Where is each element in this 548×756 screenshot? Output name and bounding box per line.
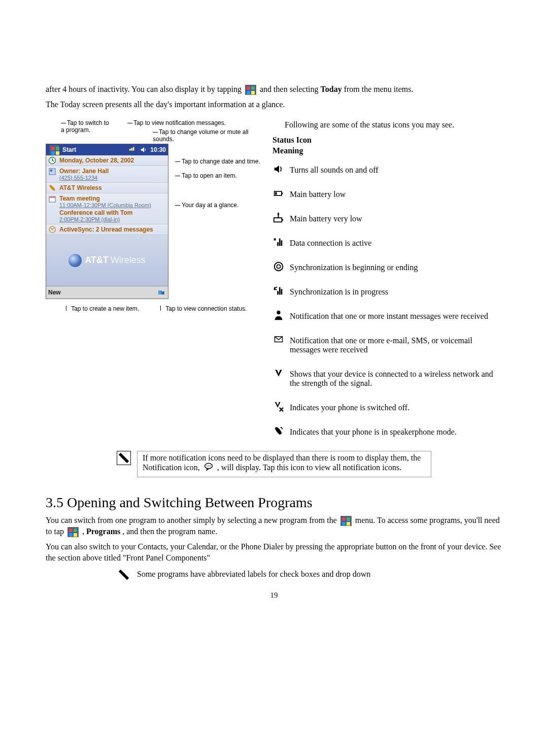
start-flag-icon xyxy=(340,516,352,526)
svg-rect-14 xyxy=(278,216,279,217)
status-speakerphone: Indicates that your phone is in speakerp… xyxy=(272,425,502,437)
sync-progress-icon xyxy=(272,285,285,297)
ann-change-volume: Tap to change volume or mute all sounds. xyxy=(153,128,266,143)
calendar-row[interactable]: Team meeting 11:00AM-12:30PM (Columbia R… xyxy=(46,193,168,224)
svg-rect-12 xyxy=(282,219,283,220)
im-notification-icon xyxy=(272,310,285,321)
status-phone-off: Indicates your phone is switched off. xyxy=(272,401,502,412)
svg-rect-2 xyxy=(50,170,52,172)
volume-icon[interactable] xyxy=(139,145,148,154)
ann-day-glance: Your day at a glance. xyxy=(175,202,238,209)
svg-rect-15 xyxy=(279,238,281,246)
globe-icon xyxy=(68,254,82,267)
activesync-row[interactable]: ActiveSync: 2 Unread messages xyxy=(46,224,168,235)
status-sync-begin-end: Synchronization is beginning or ending xyxy=(272,261,502,272)
intro-paragraph-2: The Today screen presents all the day's … xyxy=(46,99,502,110)
new-button[interactable]: New xyxy=(48,289,61,296)
start-flag-icon xyxy=(67,527,79,537)
svg-point-22 xyxy=(277,311,280,314)
clock-label[interactable]: 10:30 xyxy=(150,146,166,153)
svg-rect-6 xyxy=(158,290,162,294)
status-data-active: Data connection is active xyxy=(272,237,502,248)
ann-change-datetime: Tap to change date and time. xyxy=(175,158,260,165)
ann-open-item: Tap to open an item. xyxy=(175,172,237,179)
intro-1c: from the menu items. xyxy=(344,85,414,93)
svg-rect-11 xyxy=(274,218,282,222)
ann-view-connection: Tap to view connection status. xyxy=(160,305,266,312)
svg-rect-17 xyxy=(277,242,279,246)
calendar-icon xyxy=(48,195,56,203)
clock-icon xyxy=(48,156,56,165)
start-flag-icon xyxy=(245,85,256,95)
title-bar[interactable]: Start 10:30 xyxy=(46,144,168,155)
note-icon xyxy=(117,568,131,582)
sync-begin-end-icon xyxy=(272,261,285,272)
date-row[interactable]: Monday, October 28, 2002 xyxy=(46,155,168,166)
status-mail-received: Notification that one or more e-mail, SM… xyxy=(272,334,502,354)
owner-row[interactable]: Owner: Jane Hall (425) 555-1234 xyxy=(46,166,168,183)
mail-notification-icon xyxy=(272,334,285,345)
carrier-row[interactable]: AT&T Wireless xyxy=(46,183,168,193)
status-im-received: Notification that one or more instant me… xyxy=(272,310,502,321)
note-icon xyxy=(117,451,131,465)
status-battery-low: Main battery low xyxy=(272,188,502,199)
speaker-toggle-icon xyxy=(272,163,285,175)
intro-1-bold: Today xyxy=(321,85,342,93)
note-abbrev-labels: Some programs have abbreviated labels fo… xyxy=(117,568,502,582)
status-battery-very-low: Main battery very low xyxy=(272,212,502,223)
start-label[interactable]: Start xyxy=(62,146,76,153)
battery-low-icon xyxy=(272,188,285,199)
svg-rect-4 xyxy=(49,196,55,198)
ann-create-new: Tap to create a new item. xyxy=(46,305,160,312)
intro-paragraph-1: after 4 hours of inactivity. You can als… xyxy=(46,84,502,95)
svg-rect-20 xyxy=(281,289,283,294)
intro-1b: and then selecting xyxy=(260,85,321,93)
page-number: 19 xyxy=(46,591,502,600)
status-sounds: Turns all sounds on and off xyxy=(272,163,502,175)
antenna-off-icon xyxy=(272,401,285,412)
svg-rect-21 xyxy=(277,291,279,294)
document-page: after 4 hours of inactivity. You can als… xyxy=(0,0,548,756)
ann-switch-program: Tap to switch to a program. xyxy=(46,119,109,143)
start-flag-icon[interactable] xyxy=(50,145,59,154)
battery-very-low-icon xyxy=(272,212,285,223)
status-head-2: Meaning xyxy=(272,146,303,155)
today-screen-diagram: Tap to switch to a program. Tap to view … xyxy=(46,119,266,440)
svg-point-18 xyxy=(275,262,283,271)
signal-icon[interactable] xyxy=(128,145,137,154)
section-3-5-p1: You can switch from one program to anoth… xyxy=(46,515,502,538)
status-head-1: Status Icon xyxy=(272,136,312,144)
sync-icon xyxy=(48,225,56,234)
antenna-signal-icon xyxy=(272,368,285,379)
status-sync-progress: Synchronization is in progress xyxy=(272,285,502,297)
svg-rect-7 xyxy=(161,291,164,294)
speakerphone-icon xyxy=(272,425,285,437)
section-3-5-heading: 3.5 Opening and Switching Between Progra… xyxy=(46,495,502,511)
carrier-logo: AT&T Wireless xyxy=(46,235,168,286)
svg-rect-16 xyxy=(281,240,283,246)
today-screen-mock: Start 10:30 Monda xyxy=(46,144,168,299)
speech-bubble-icon xyxy=(203,463,214,474)
svg-rect-9 xyxy=(282,192,283,194)
svg-rect-13 xyxy=(278,213,279,216)
status-icon-list: Following are some of the status icons y… xyxy=(272,119,502,440)
svg-rect-19 xyxy=(279,287,281,294)
section-3-5-p2: You can also switch to your Contacts, yo… xyxy=(46,541,502,563)
note1-b: , will display. Tap this icon to view al… xyxy=(217,463,401,471)
status-intro: Following are some of the status icons y… xyxy=(272,119,502,130)
phone-icon xyxy=(48,184,56,192)
status-wireless-signal: Shows that your device is connected to a… xyxy=(272,368,502,388)
intro-1a: after 4 hours of inactivity. You can als… xyxy=(46,85,244,93)
contacts-icon xyxy=(48,168,56,176)
svg-rect-10 xyxy=(275,192,277,194)
connectivity-icon[interactable] xyxy=(157,288,166,297)
note-notification-overflow: If more notification icons need to be di… xyxy=(117,451,431,477)
command-bar: New xyxy=(46,286,168,299)
ann-view-notifications: Tap to view notification messages. xyxy=(127,119,266,126)
data-active-icon xyxy=(272,237,285,248)
